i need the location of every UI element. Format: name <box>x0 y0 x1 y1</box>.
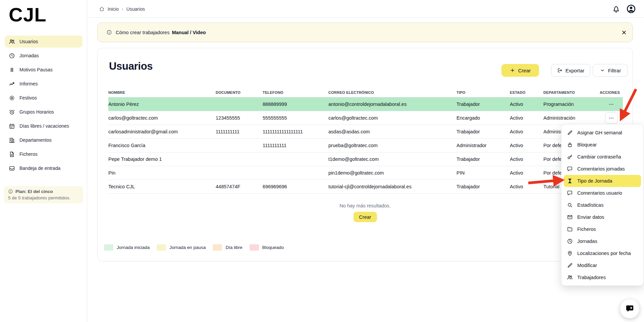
cell-correo: tutorial-cjl@controldejornadalaboral.es <box>328 184 457 189</box>
menu-item-label: Jornadas <box>577 239 597 244</box>
menu-item[interactable]: Enviar datos <box>564 211 641 223</box>
search-icon <box>567 202 573 208</box>
cell-correo: pin1demo@goltratec.com <box>328 170 457 176</box>
breadcrumb-home[interactable]: Inicio <box>108 6 119 12</box>
cell-tipo: PIN <box>457 170 510 176</box>
cell-telefono: 888889999 <box>263 102 328 107</box>
user-avatar-icon[interactable] <box>626 4 636 14</box>
sidebar: CJL Usuarios Jornadas Motivos Pausas Inf… <box>0 0 87 322</box>
column-header: TELEFONO <box>263 90 328 94</box>
pencil-icon <box>567 262 573 268</box>
table-header: NOMBRE DOCUMENTO TELEFONO CORREO ELECTRÓ… <box>108 88 623 98</box>
building-icon <box>9 137 15 143</box>
table-row: Pin pin1demo@goltratec.com PIN Activo Po… <box>108 166 623 180</box>
menu-item[interactable]: Trabajadores <box>564 271 641 283</box>
menu-item-label: Comentarios usuario <box>577 190 622 196</box>
table-row: carlos@goltractec.com 123455555 55555555… <box>108 111 623 125</box>
menu-item-label: Comentarios jornadas <box>577 166 625 172</box>
sidebar-item-label: Usuarios <box>19 39 38 44</box>
legend-label: Día libre <box>225 245 242 250</box>
row-actions-button[interactable] <box>605 99 618 110</box>
page-title: Usuarios <box>109 60 153 72</box>
cell-estado: Activo <box>510 143 543 148</box>
help-banner: Cómo crear trabajadores Manual / Video <box>97 22 633 42</box>
close-icon[interactable] <box>621 29 627 36</box>
column-header: ESTADO <box>510 90 543 94</box>
chevron-right-icon: › <box>122 6 123 12</box>
sidebar-item[interactable]: Departamentos <box>5 134 83 146</box>
menu-item[interactable]: Comentarios jornadas <box>564 163 641 175</box>
sidebar-item-label: Informes <box>19 81 38 86</box>
row-actions-button[interactable] <box>605 112 618 124</box>
menu-item[interactable]: Localizaciones por fecha <box>564 247 641 259</box>
sidebar-item[interactable]: Grupos Horarios <box>5 106 83 118</box>
inbox-icon <box>9 165 15 172</box>
legend-label: Jornada iniciada <box>117 245 150 250</box>
sidebar-item[interactable]: Bandeja de entrada <box>5 162 83 174</box>
export-button[interactable]: Exportar <box>551 64 590 77</box>
sidebar-item[interactable]: Informes <box>5 78 83 90</box>
chat-bubble-icon <box>567 166 573 172</box>
breadcrumb-current[interactable]: Usuarios <box>126 6 145 12</box>
plan-title: Plan: El del cinco <box>15 189 53 194</box>
table-row: Pepe Trabajador demo 1 t1demo@goltratec.… <box>108 152 623 166</box>
legend-label: Jornada en pausa <box>169 245 206 250</box>
folder-icon <box>567 226 573 232</box>
menu-item[interactable]: Jornadas <box>564 235 641 247</box>
create-footer-button[interactable]: Crear <box>353 212 377 222</box>
chat-bubble-icon <box>567 190 573 196</box>
sidebar-item-label: Grupos Horarios <box>19 109 54 115</box>
sidebar-item[interactable]: Festivos <box>5 92 83 104</box>
alarm-clock-icon <box>9 109 15 115</box>
cell-acciones <box>600 112 623 124</box>
sidebar-item-label: Jornadas <box>19 53 39 58</box>
legend-item: Jornada en pausa <box>157 244 206 251</box>
sidebar-item[interactable]: Motivos Pausas <box>5 64 83 76</box>
menu-item-label: Cambiar contraseña <box>577 154 621 159</box>
plan-box: Plan: El del cinco 5 de 5 trabajadores p… <box>4 186 83 203</box>
column-header: CORREO ELECTRÓNICO <box>328 90 457 94</box>
cell-documento: 44857474F <box>216 184 263 189</box>
row-actions-menu: Asignar GH semanal Bloquear Cambiar cont… <box>561 124 644 286</box>
sidebar-item-label: Bandeja de entrada <box>19 166 60 171</box>
legend-swatch <box>104 244 113 251</box>
cell-nombre: carlos@goltractec.com <box>108 115 216 121</box>
sidebar-item-label: Ficheros <box>19 151 38 157</box>
menu-item[interactable]: Bloquear <box>564 139 641 151</box>
menu-item[interactable]: Estadísticas <box>564 199 641 211</box>
menu-item[interactable]: Tipo de Jornada <box>564 175 641 187</box>
cell-tipo: Trabajador <box>457 129 510 134</box>
cell-documento: 123455555 <box>216 115 263 121</box>
create-button[interactable]: Crear <box>501 64 539 77</box>
bell-icon[interactable] <box>612 5 621 13</box>
cell-nombre: Antonio Pérez <box>108 102 216 107</box>
chat-widget-button[interactable] <box>620 299 639 318</box>
sidebar-item-label: Motivos Pausas <box>19 67 53 72</box>
pause-icon <box>9 67 15 73</box>
plus-icon <box>510 68 515 73</box>
filter-button[interactable]: Filtrar <box>593 64 628 77</box>
sidebar-item[interactable]: Días libres / vacaciones <box>5 120 83 132</box>
menu-item[interactable]: Cambiar contraseña <box>564 151 641 163</box>
breadcrumb: Inicio › Usuarios <box>99 0 145 18</box>
no-more-results-text: No hay más resultados. <box>98 203 633 208</box>
legend-swatch <box>213 244 222 251</box>
column-header: DEPARTAMENTO <box>543 90 600 94</box>
legend-item: Bloqueado <box>250 244 284 251</box>
sidebar-item[interactable]: Ficheros <box>5 148 83 160</box>
sidebar-item[interactable]: Usuarios <box>5 36 83 48</box>
menu-item[interactable]: Ficheros <box>564 223 641 235</box>
users-table: NOMBRE DOCUMENTO TELEFONO CORREO ELECTRÓ… <box>108 88 623 194</box>
cell-telefono: 555555555 <box>263 115 328 121</box>
banner-links[interactable]: Manual / Video <box>172 30 206 35</box>
cell-acciones <box>600 99 623 110</box>
menu-item[interactable]: Modificar <box>564 259 641 271</box>
cell-nombre: carlosadministrador@gmail.com <box>108 129 216 134</box>
menu-item[interactable]: Asignar GH semanal <box>564 127 641 139</box>
column-header: NOMBRE <box>108 90 216 94</box>
menu-item-label: Estadísticas <box>577 202 603 208</box>
menu-item[interactable]: Comentarios usuario <box>564 187 641 199</box>
cell-nombre: Francisco García <box>108 143 216 148</box>
sidebar-item[interactable]: Jornadas <box>5 50 83 62</box>
app-logo[interactable]: CJL <box>9 3 47 26</box>
